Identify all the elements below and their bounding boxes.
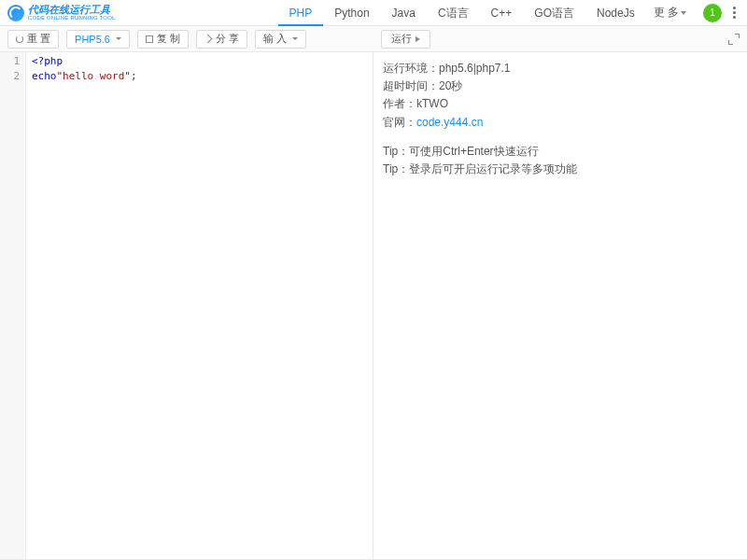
- output-env: 运行环境：php5.6|php7.1: [383, 60, 738, 77]
- line-number: 2: [0, 69, 25, 84]
- chevron-down-icon: [292, 37, 298, 40]
- output-pane: 运行环境：php5.6|php7.1 超时时间：20秒 作者：kTWO 官网：c…: [374, 52, 747, 559]
- line-number: 1: [0, 54, 25, 69]
- reset-icon: [16, 35, 23, 43]
- logo[interactable]: 代码在线运行工具 CODE ONLINE RUNNING TOOL: [7, 5, 116, 21]
- share-icon: [204, 35, 212, 43]
- tab-nodejs[interactable]: NodeJs: [585, 0, 646, 26]
- tab-python[interactable]: Python: [323, 0, 380, 26]
- chevron-down-icon: [681, 11, 686, 15]
- output-site: 官网：code.y444.cn: [383, 114, 738, 132]
- run-button[interactable]: 运行: [381, 30, 430, 49]
- output-tip: Tip：登录后可开启运行记录等多项功能: [383, 161, 738, 178]
- tab-go[interactable]: GO语言: [523, 0, 585, 26]
- logo-icon: [7, 5, 24, 21]
- avatar-text: 1: [710, 7, 715, 18]
- menu-dots-icon[interactable]: [733, 7, 736, 19]
- nav-more[interactable]: 更 多: [646, 5, 694, 21]
- code-line: <?php: [32, 54, 367, 69]
- nav-tabs: PHP Python Java C语言 C++ GO语言 NodeJs 更 多 …: [278, 0, 740, 26]
- nav-more-label: 更 多: [654, 5, 679, 21]
- version-select[interactable]: PHP5.6: [66, 30, 130, 49]
- copy-icon: [146, 35, 153, 43]
- logo-title-cn: 代码在线运行工具: [28, 5, 116, 15]
- line-gutter: 1 2: [0, 52, 26, 559]
- output-timeout: 超时时间：20秒: [383, 77, 738, 95]
- reset-button[interactable]: 重 置: [7, 30, 59, 49]
- code-editor[interactable]: <?php echo"hello word";: [26, 52, 373, 559]
- toolbar: 重 置 PHP5.6 复 制 分 享 输 入 运行: [0, 26, 747, 52]
- copy-button[interactable]: 复 制: [137, 30, 189, 49]
- play-icon: [416, 36, 420, 42]
- logo-title-en: CODE ONLINE RUNNING TOOL: [28, 15, 116, 21]
- expand-icon[interactable]: [728, 34, 740, 45]
- editor-pane: 1 2 <?php echo"hello word";: [0, 52, 374, 559]
- header: 代码在线运行工具 CODE ONLINE RUNNING TOOL PHP Py…: [0, 0, 747, 26]
- code-line: echo"hello word";: [32, 69, 367, 84]
- tab-c[interactable]: C语言: [427, 0, 480, 26]
- output-author: 作者：kTWO: [383, 95, 738, 113]
- site-link[interactable]: code.y444.cn: [416, 116, 483, 129]
- tab-cpp[interactable]: C++: [480, 0, 524, 26]
- tab-php[interactable]: PHP: [278, 0, 324, 26]
- chevron-down-icon: [116, 37, 121, 40]
- tab-java[interactable]: Java: [381, 0, 427, 26]
- main: 1 2 <?php echo"hello word"; 运行环境：php5.6|…: [0, 52, 747, 560]
- input-button[interactable]: 输 入: [255, 30, 306, 49]
- avatar[interactable]: 1: [703, 4, 722, 22]
- share-button[interactable]: 分 享: [196, 30, 247, 49]
- output-tip: Tip：可使用Ctrl+Enter快速运行: [383, 143, 738, 161]
